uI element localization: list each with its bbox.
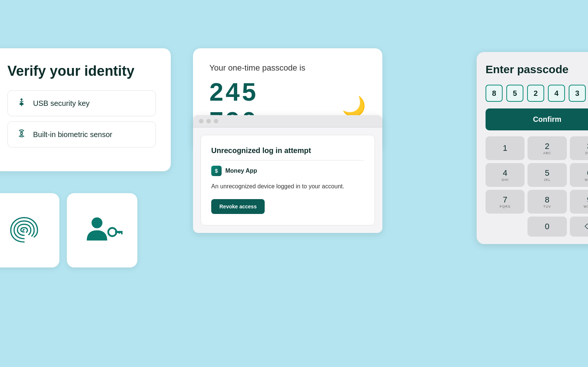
numpad-6[interactable]: 6 MNO bbox=[570, 163, 588, 187]
svg-rect-7 bbox=[118, 231, 120, 234]
biometric-icon bbox=[17, 129, 26, 140]
numpad-7[interactable]: 7 PQRS bbox=[486, 190, 525, 214]
numpad-2[interactable]: 2 ABC bbox=[527, 136, 566, 160]
svg-point-0 bbox=[20, 101, 21, 103]
svg-rect-1 bbox=[22, 101, 23, 102]
panel-title: Verify your identity bbox=[7, 63, 156, 79]
bottom-icon-cards bbox=[0, 193, 137, 267]
numpad: 1 2 ABC 3 DEF 4 GHI 5 JKL 6 MNO 7 PQRS 8 bbox=[486, 136, 588, 237]
browser-dot-2 bbox=[206, 119, 211, 123]
numpad-backspace[interactable]: ⌫ bbox=[570, 217, 588, 237]
otp-label: Your one-time passcode is bbox=[209, 63, 366, 73]
svg-point-3 bbox=[92, 217, 102, 228]
digit-2: 5 bbox=[506, 85, 523, 102]
moon-icon: 🌙 bbox=[342, 95, 366, 118]
svg-rect-6 bbox=[121, 231, 122, 234]
confirm-button[interactable]: Confirm bbox=[486, 108, 588, 130]
numpad-0[interactable]: 0 bbox=[527, 217, 566, 237]
digit-1: 8 bbox=[486, 85, 503, 102]
money-app-icon: $ bbox=[211, 166, 222, 176]
biometric-option-label: Built-in biometric sensor bbox=[33, 130, 112, 139]
browser-notification-card: Unrecognized log in attempt $ Money App … bbox=[193, 115, 382, 233]
app-name: Money App bbox=[225, 168, 257, 174]
usb-option-label: USB security key bbox=[33, 99, 89, 108]
digit-3: 2 bbox=[527, 85, 544, 102]
browser-alert-title: Unrecognized log in attempt bbox=[211, 146, 364, 160]
browser-description: An unrecognized device logged in to your… bbox=[211, 182, 364, 191]
browser-dot-3 bbox=[214, 119, 218, 123]
digit-5: 3 bbox=[569, 85, 586, 102]
revoke-access-button[interactable]: Revoke access bbox=[211, 199, 265, 214]
fingerprint-card bbox=[0, 193, 59, 267]
usb-icon bbox=[17, 97, 26, 109]
biometric-option[interactable]: Built-in biometric sensor bbox=[7, 121, 156, 147]
app-info-row: $ Money App bbox=[211, 166, 364, 176]
browser-content: Unrecognized log in attempt $ Money App … bbox=[200, 135, 375, 225]
numpad-8[interactable]: 8 TUV bbox=[527, 190, 566, 214]
otp-part1: 245 bbox=[209, 78, 258, 106]
person-key-card bbox=[67, 193, 137, 267]
numpad-4[interactable]: 4 GHI bbox=[486, 163, 525, 187]
passcode-digits-row: 8 5 2 4 3 bbox=[486, 85, 588, 102]
numpad-9[interactable]: 9 WXYZ bbox=[570, 190, 588, 214]
svg-point-2 bbox=[20, 132, 22, 134]
passcode-title: Enter passcode bbox=[486, 63, 588, 76]
passcode-panel: Enter passcode 8 5 2 4 3 Confirm 1 2 ABC… bbox=[477, 52, 588, 244]
backspace-icon: ⌫ bbox=[585, 223, 588, 231]
digit-4: 4 bbox=[548, 85, 565, 102]
usb-option[interactable]: USB security key bbox=[7, 90, 156, 116]
numpad-3[interactable]: 3 DEF bbox=[570, 136, 588, 160]
numpad-empty bbox=[486, 217, 525, 237]
numpad-5[interactable]: 5 JKL bbox=[527, 163, 566, 187]
numpad-1[interactable]: 1 bbox=[486, 136, 525, 160]
browser-titlebar bbox=[193, 115, 382, 127]
browser-dot-1 bbox=[199, 119, 203, 123]
verify-identity-panel: Verify your identity USB security key Bu… bbox=[0, 48, 171, 171]
